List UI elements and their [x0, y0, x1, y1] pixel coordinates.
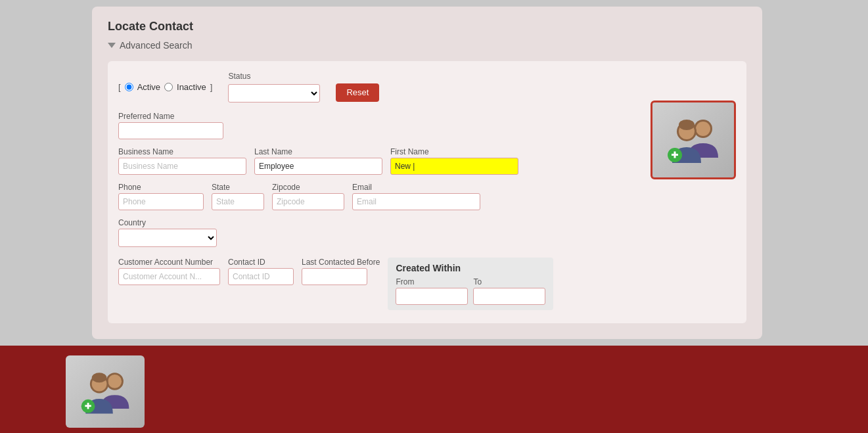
customer-account-label: Customer Account Number	[118, 258, 220, 267]
add-contact-icon	[660, 110, 726, 170]
svg-point-9	[108, 375, 122, 388]
row1: [ Active Inactive ] Status Active Inacti…	[118, 72, 736, 103]
business-name-group: Business Name	[118, 147, 246, 175]
bracket-close: ]	[210, 82, 213, 92]
svg-point-1	[696, 122, 710, 136]
customer-account-input[interactable]	[118, 268, 220, 285]
main-area: Locate Contact Advanced Search [ Active …	[0, 0, 868, 339]
svg-rect-15	[87, 403, 89, 409]
active-label: Active	[137, 82, 160, 92]
phone-group: Phone	[118, 183, 204, 210]
inactive-label: Inactive	[177, 82, 206, 92]
to-group: To	[473, 277, 545, 305]
state-label: State	[212, 183, 264, 192]
active-radio[interactable]	[125, 83, 133, 91]
row3: Business Name Last Name First Name	[118, 147, 736, 175]
from-label: From	[396, 277, 468, 286]
from-input[interactable]	[396, 288, 468, 305]
phone-label: Phone	[118, 183, 204, 192]
email-group: Email	[352, 183, 480, 210]
zipcode-input[interactable]	[272, 193, 344, 210]
zipcode-group: Zipcode	[272, 183, 344, 210]
business-name-input[interactable]	[118, 158, 246, 175]
from-to-row: From To	[396, 277, 545, 305]
row5: Country United States Canada	[118, 218, 736, 247]
avatar-box[interactable]	[651, 101, 736, 179]
preferred-name-label: Preferred Name	[118, 112, 736, 121]
row6: Customer Account Number Contact ID Last …	[118, 258, 736, 310]
svg-rect-7	[674, 152, 676, 158]
preferred-name-group: Preferred Name	[118, 112, 736, 139]
last-contacted-input[interactable]	[302, 268, 367, 285]
phone-input[interactable]	[118, 193, 204, 210]
last-name-input[interactable]	[254, 158, 382, 175]
status-group: Status Active Inactive	[228, 72, 320, 103]
state-group: State	[212, 183, 264, 210]
form-section: [ Active Inactive ] Status Active Inacti…	[108, 61, 746, 323]
to-input[interactable]	[473, 288, 545, 305]
reset-button[interactable]: Reset	[336, 83, 379, 102]
country-group: Country United States Canada	[118, 218, 736, 247]
status-label: Status	[228, 72, 320, 81]
customer-account-group: Customer Account Number	[118, 258, 220, 285]
contact-id-input[interactable]	[228, 268, 294, 285]
inactive-radio[interactable]	[164, 83, 173, 91]
country-label: Country	[118, 218, 736, 227]
country-select[interactable]: United States Canada	[118, 229, 217, 247]
last-contacted-group: Last Contacted Before	[302, 258, 380, 285]
triangle-icon	[108, 43, 116, 48]
created-within-box: Created Within From To	[388, 258, 553, 310]
radio-group: [ Active Inactive ]	[118, 82, 212, 92]
bottom-bar	[0, 346, 868, 433]
first-name-input[interactable]	[390, 158, 518, 175]
created-within-title: Created Within	[396, 263, 545, 273]
zipcode-label: Zipcode	[272, 183, 344, 192]
bracket-open: [	[118, 82, 121, 92]
email-input[interactable]	[352, 193, 480, 210]
advanced-search-label: Advanced Search	[120, 40, 193, 51]
contact-id-group: Contact ID	[228, 258, 294, 285]
last-name-label: Last Name	[254, 147, 382, 156]
row2: Preferred Name	[118, 112, 736, 139]
contact-id-label: Contact ID	[228, 258, 294, 267]
last-name-group: Last Name	[254, 147, 382, 175]
panel-title: Locate Contact	[108, 20, 746, 34]
from-group: From	[396, 277, 468, 305]
first-name-group: First Name	[390, 147, 518, 175]
bottom-add-contact-icon	[74, 364, 137, 420]
business-name-label: Business Name	[118, 147, 246, 156]
preferred-name-input[interactable]	[118, 122, 223, 139]
status-select[interactable]: Active Inactive	[228, 84, 320, 103]
locate-contact-panel: Locate Contact Advanced Search [ Active …	[92, 7, 762, 339]
advanced-search-header: Advanced Search	[108, 40, 746, 51]
bottom-avatar-box[interactable]	[66, 355, 145, 428]
last-contacted-label: Last Contacted Before	[302, 258, 380, 267]
row4: Phone State Zipcode Email	[118, 183, 736, 210]
email-label: Email	[352, 183, 480, 192]
to-label: To	[473, 277, 545, 286]
state-input[interactable]	[212, 193, 264, 210]
first-name-label: First Name	[390, 147, 518, 156]
